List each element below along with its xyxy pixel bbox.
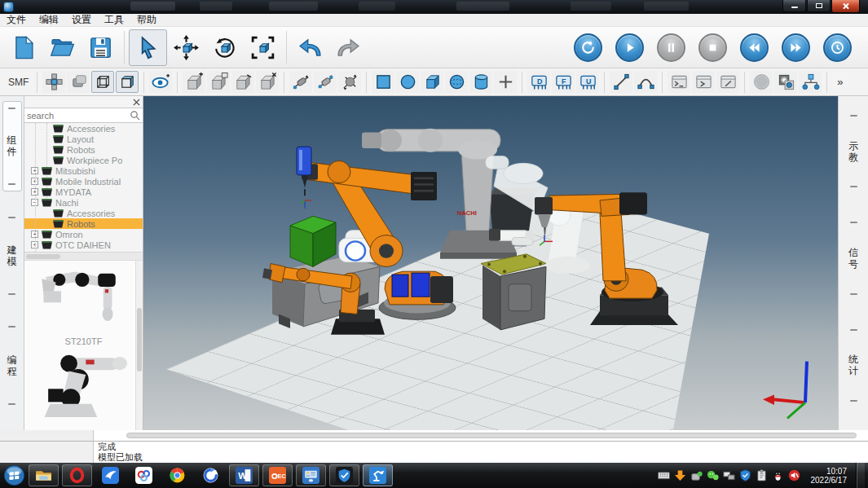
- stop-button[interactable]: [698, 33, 727, 62]
- qq-tray-icon[interactable]: [772, 469, 784, 481]
- taskbar-swirl-browser[interactable]: [196, 464, 226, 486]
- move-object-button[interactable]: [167, 29, 205, 66]
- viewport-horizontal-scrollbar[interactable]: [94, 430, 868, 441]
- undo-button[interactable]: [291, 29, 329, 66]
- taskbar-file-explorer[interactable]: [29, 464, 59, 486]
- viewport-3d[interactable]: NACHI: [143, 96, 838, 430]
- trace-circle-button[interactable]: [750, 71, 773, 93]
- tree-item[interactable]: +MYDATA: [24, 187, 143, 197]
- tree-item[interactable]: +Mobile Industrial: [24, 176, 143, 187]
- volume-muted-tray-icon[interactable]: [788, 469, 800, 481]
- joint-linear-button[interactable]: [289, 71, 312, 93]
- shaded-view-button[interactable]: [116, 71, 139, 93]
- scrollbar-thumb[interactable]: [126, 433, 857, 438]
- draw-sphere-button[interactable]: [445, 71, 468, 93]
- menu-help[interactable]: 帮助: [137, 13, 156, 27]
- joint-ball-button[interactable]: [338, 71, 361, 93]
- fast-forward-button[interactable]: [782, 33, 810, 62]
- draw-cylinder-button[interactable]: [469, 71, 492, 93]
- open-folder-button[interactable]: [43, 29, 82, 66]
- pause-button[interactable]: [657, 33, 685, 62]
- console-run-button[interactable]: [692, 71, 715, 93]
- wireframe-view-button[interactable]: [91, 71, 114, 93]
- tree-item[interactable]: Layout: [24, 134, 143, 144]
- save-button[interactable]: [82, 29, 120, 66]
- rotate-object-button[interactable]: [205, 29, 244, 66]
- delete-component-button[interactable]: [256, 71, 279, 93]
- add-primitive-button[interactable]: [494, 71, 517, 93]
- security-shield-tray-icon[interactable]: [739, 469, 751, 481]
- menu-file[interactable]: 文件: [7, 13, 26, 27]
- left-tab-modeling[interactable]: 建模: [2, 211, 22, 301]
- menu-tools[interactable]: 工具: [104, 13, 124, 27]
- new-file-button[interactable]: [5, 29, 43, 66]
- select-cursor-button[interactable]: [129, 29, 167, 66]
- clipboard-tray-icon[interactable]: [756, 469, 768, 481]
- keyboard-tray-icon[interactable]: [658, 469, 670, 481]
- menu-settings[interactable]: 设置: [72, 13, 91, 27]
- draw-circle-button[interactable]: [396, 71, 419, 93]
- tree-item-selected[interactable]: Robots: [24, 218, 143, 229]
- right-tab-teach[interactable]: 示教: [844, 109, 863, 193]
- frame-select-button[interactable]: [244, 29, 282, 66]
- draw-square-button[interactable]: [372, 71, 394, 93]
- close-panel-icon[interactable]: [133, 99, 140, 106]
- remove-component-button[interactable]: [231, 71, 254, 93]
- time-settings-button[interactable]: [823, 33, 852, 62]
- tree-item[interactable]: Accessories: [24, 208, 143, 218]
- gallery-vertical-scrollbar[interactable]: [135, 261, 143, 430]
- visibility-button[interactable]: [149, 71, 172, 93]
- close-button[interactable]: [831, 0, 860, 13]
- title-bar[interactable]: [0, 0, 868, 14]
- taskbar-chrome-browser[interactable]: [162, 464, 192, 486]
- console-script-button[interactable]: [716, 71, 739, 93]
- overlap-view-button[interactable]: [67, 71, 90, 93]
- taskbar-display-app[interactable]: [296, 464, 326, 486]
- taskbar-presentation-app[interactable]: EC: [262, 464, 293, 486]
- copy-component-button[interactable]: [207, 71, 230, 93]
- rewind-button[interactable]: [740, 33, 769, 62]
- align-cubes-button[interactable]: [42, 71, 65, 93]
- download-manager-tray-icon[interactable]: [674, 469, 686, 481]
- usb-device-tray-icon[interactable]: [690, 469, 703, 481]
- taskbar-robot-sim-app[interactable]: [363, 464, 393, 486]
- tree-item[interactable]: +Omron: [24, 229, 143, 240]
- chip-d-button[interactable]: D: [527, 71, 550, 93]
- tree-item[interactable]: +OTC DAIHEN: [24, 240, 143, 250]
- taskbar-opera-browser[interactable]: [62, 464, 92, 486]
- welding-table[interactable]: [481, 254, 546, 330]
- search-input[interactable]: [27, 111, 130, 121]
- scrollbar-thumb[interactable]: [26, 254, 60, 259]
- component-tree[interactable]: Accessories Layout Robots Workpiece Po +…: [24, 123, 143, 252]
- draw-cube-button[interactable]: [421, 71, 443, 93]
- wechat-tray-icon[interactable]: [707, 469, 719, 481]
- start-button[interactable]: [3, 464, 25, 486]
- right-tab-statistics[interactable]: 统计: [844, 323, 863, 407]
- draw-line-button[interactable]: [610, 71, 632, 93]
- model-gallery[interactable]: ST210TF: [24, 260, 143, 430]
- joint-rotary-button[interactable]: [314, 71, 337, 93]
- scrollbar-thumb[interactable]: [137, 308, 142, 371]
- maximize-button[interactable]: [807, 0, 831, 12]
- robot-thumbnail[interactable]: [36, 265, 132, 333]
- right-tab-signal[interactable]: 信号: [844, 216, 863, 300]
- tree-item[interactable]: Workpiece Po: [24, 155, 143, 165]
- network-tray-icon[interactable]: [723, 469, 735, 481]
- show-desktop-button[interactable]: [856, 463, 865, 488]
- robot-thumbnail[interactable]: [36, 350, 132, 424]
- draw-arc-button[interactable]: [634, 71, 657, 93]
- add-component-button[interactable]: [183, 71, 205, 93]
- toolbar-overflow-button[interactable]: »: [837, 76, 843, 88]
- minimize-button[interactable]: [782, 0, 806, 12]
- left-tab-programming[interactable]: 编程: [2, 320, 22, 411]
- taskbar-rings-app[interactable]: [129, 464, 159, 486]
- menu-edit[interactable]: 编辑: [39, 13, 59, 27]
- chip-u-button[interactable]: U: [576, 71, 599, 93]
- hierarchy-tree-button[interactable]: [799, 71, 822, 93]
- taskbar-clock[interactable]: 10:07 2022/6/17: [811, 467, 848, 485]
- taskbar-shield-app[interactable]: [329, 464, 359, 486]
- tree-item[interactable]: −Nachi: [24, 197, 143, 208]
- reset-button[interactable]: [574, 33, 602, 62]
- tree-item[interactable]: Accessories: [24, 123, 143, 134]
- taskbar-word-app[interactable]: W: [229, 464, 259, 486]
